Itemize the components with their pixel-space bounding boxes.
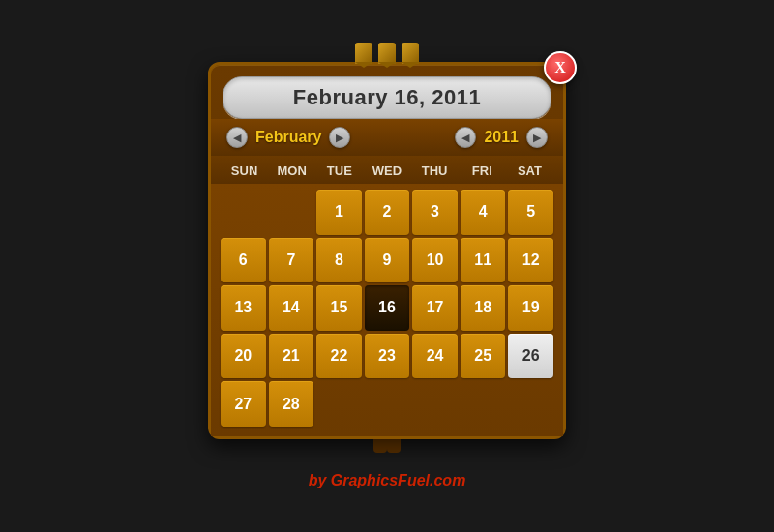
day-3[interactable]: 3 xyxy=(412,190,458,235)
day-headers: SUNMONTUEWEDTHUFRISAT xyxy=(211,156,563,184)
calendar-container: X February 16, 2011 ◀ February ▶ ◀ 2011 xyxy=(208,62,566,439)
day-8[interactable]: 8 xyxy=(316,238,362,283)
day-5[interactable]: 5 xyxy=(508,190,553,235)
day-2[interactable]: 2 xyxy=(365,190,410,235)
empty-cell xyxy=(508,381,553,427)
pin-left xyxy=(355,43,372,64)
day-23[interactable]: 23 xyxy=(365,334,410,379)
next-month-icon: ▶ xyxy=(336,132,343,144)
day-18[interactable]: 18 xyxy=(461,285,506,331)
day-22[interactable]: 22 xyxy=(316,334,362,379)
day-header-mon: MON xyxy=(268,162,315,180)
day-9[interactable]: 9 xyxy=(365,238,410,283)
day-25[interactable]: 25 xyxy=(461,334,506,379)
day-13[interactable]: 13 xyxy=(221,285,266,331)
calendar-widget: X February 16, 2011 ◀ February ▶ ◀ 2011 xyxy=(208,43,566,489)
day-header-wed: WED xyxy=(363,162,410,180)
day-10[interactable]: 10 xyxy=(412,238,458,283)
day-21[interactable]: 21 xyxy=(269,334,314,379)
attribution-text: by GraphicsFuel.com xyxy=(309,472,466,488)
day-header-thu: THU xyxy=(411,162,459,180)
next-year-button[interactable]: ▶ xyxy=(526,127,548,148)
day-header-sun: SUN xyxy=(221,162,268,180)
day-15[interactable]: 15 xyxy=(316,285,362,331)
empty-cell xyxy=(316,381,362,427)
attribution: by GraphicsFuel.com xyxy=(309,472,466,489)
calendar-pins xyxy=(355,43,419,64)
prev-year-button[interactable]: ◀ xyxy=(455,127,476,148)
month-nav: ◀ February ▶ xyxy=(226,127,350,148)
pin-center xyxy=(378,43,396,64)
prev-month-button[interactable]: ◀ xyxy=(226,127,248,148)
day-27[interactable]: 27 xyxy=(221,381,266,427)
year-label: 2011 xyxy=(484,129,519,146)
day-11[interactable]: 11 xyxy=(461,238,506,283)
day-1[interactable]: 1 xyxy=(316,190,362,235)
empty-cell xyxy=(221,190,266,235)
day-7[interactable]: 7 xyxy=(269,238,314,283)
day-12[interactable]: 12 xyxy=(508,238,553,283)
day-16[interactable]: 16 xyxy=(365,285,410,331)
month-label: February xyxy=(255,129,321,146)
day-26[interactable]: 26 xyxy=(508,334,553,379)
day-28[interactable]: 28 xyxy=(269,381,314,427)
day-4[interactable]: 4 xyxy=(461,190,506,235)
day-header-sat: SAT xyxy=(506,162,553,180)
date-display-text: February 16, 2011 xyxy=(293,85,481,109)
nav-bar: ◀ February ▶ ◀ 2011 ▶ xyxy=(211,119,563,156)
prev-year-icon: ◀ xyxy=(461,132,469,144)
day-20[interactable]: 20 xyxy=(221,334,266,379)
day-header-tue: TUE xyxy=(315,162,363,180)
next-year-icon: ▶ xyxy=(533,132,541,144)
close-icon: X xyxy=(554,59,566,76)
day-6[interactable]: 6 xyxy=(221,238,266,283)
prev-month-icon: ◀ xyxy=(233,132,241,144)
leg-left xyxy=(373,437,387,453)
day-24[interactable]: 24 xyxy=(412,334,458,379)
calendar-legs xyxy=(344,437,430,453)
day-header-fri: FRI xyxy=(459,162,506,180)
pin-right xyxy=(402,43,419,64)
date-display: February 16, 2011 xyxy=(223,76,551,119)
year-nav: ◀ 2011 ▶ xyxy=(455,127,548,148)
day-19[interactable]: 19 xyxy=(508,285,553,331)
leg-right xyxy=(387,437,401,453)
calendar-grid: 1234567891011121314151617181920212223242… xyxy=(211,184,563,436)
empty-cell xyxy=(461,381,506,427)
close-button[interactable]: X xyxy=(544,51,577,84)
day-14[interactable]: 14 xyxy=(269,285,314,331)
empty-cell xyxy=(365,381,410,427)
next-month-button[interactable]: ▶ xyxy=(329,127,350,148)
empty-cell xyxy=(269,190,314,235)
empty-cell xyxy=(412,381,458,427)
day-17[interactable]: 17 xyxy=(412,285,458,331)
